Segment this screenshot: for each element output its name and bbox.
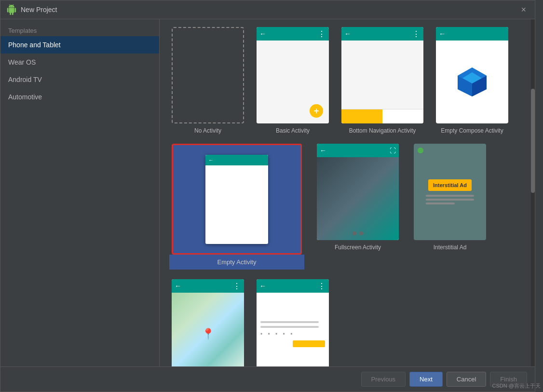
fullscreen-label: Fullscreen Activity [335,244,381,251]
scrollbar-thumb[interactable] [531,89,535,193]
dialog-footer: Previous Next Cancel Finish [0,366,535,392]
back-arrow-icon-5: ← [320,147,326,154]
back-arrow-icon-4: ← [208,157,214,163]
template-google-maps[interactable]: ← ⋮ 📍 Google Maps Activity [169,279,246,366]
template-no-activity[interactable]: No Activity [169,27,246,134]
template-login[interactable]: ← ⋮ • • • • • Login Activity [254,279,331,366]
ad-green-dot [418,148,423,153]
templates-section-label: Templates [0,23,159,36]
ad-line-1 [426,195,475,197]
back-arrow-icon-7: ← [259,282,266,290]
dialog-body: Templates Phone and Tablet Wear OS Andro… [0,19,535,366]
fullscreen-expand-icon: ⛶ [390,147,396,154]
no-activity-label: No Activity [194,127,221,134]
back-arrow-icon-2: ← [344,30,351,38]
compose-label: Empty Compose Activity [441,127,503,134]
bottom-nav-bar [341,109,423,123]
ad-lines [426,195,475,204]
login-body: • • • • • [257,293,329,366]
ad-line-3 [426,203,455,204]
no-activity-preview [172,27,244,123]
fullscreen-diagonal [317,157,399,240]
map-preview: ← ⋮ 📍 [172,279,244,366]
login-submit-btn [293,340,325,347]
fab-icon: + [310,104,323,118]
sidebar-item-wear-os[interactable]: Wear OS [0,54,159,71]
ad-preview: Interstitial Ad [414,144,486,240]
template-interstitial-ad[interactable]: Interstitial Ad Interstitial Ad [411,144,489,270]
basic-body: + [257,41,329,123]
map-body: 📍 [172,293,244,366]
bottom-nav-body [341,41,423,109]
template-grid: No Activity ← ⋮ + [160,19,535,366]
new-project-dialog: New Project × Templates Phone and Tablet… [0,0,535,392]
dialog-title: New Project [21,6,57,14]
bottom-nav-label: Bottom Navigation Activity [349,127,416,134]
android-icon [6,4,17,15]
login-line-2 [260,326,319,328]
login-preview: ← ⋮ • • • • • [257,279,329,366]
next-button[interactable]: Next [409,372,443,387]
watermark: CSDN @言云上于天 [492,382,541,390]
menu-dots-icon-2: ⋮ [412,29,421,39]
sidebar: Templates Phone and Tablet Wear OS Andro… [0,19,160,366]
template-bottom-nav[interactable]: ← ⋮ Bottom Navigation Activity [339,27,426,134]
sidebar-item-automotive[interactable]: Automotive [0,88,159,106]
basic-activity-preview: ← ⋮ + [257,27,329,123]
menu-dots-icon: ⋮ [318,29,326,39]
empty-activity-label: Empty Activity [169,255,304,270]
template-empty-activity[interactable]: ← Empty Activity [169,144,304,270]
fullscreen-preview: ← ⛶ [317,144,399,240]
back-arrow-icon-6: ← [175,282,181,290]
template-basic-activity[interactable]: ← ⋮ + Basic Activity [254,27,331,134]
sidebar-item-phone-tablet[interactable]: Phone and Tablet [0,36,159,54]
cancel-button[interactable]: Cancel [447,372,486,387]
sidebar-item-android-tv[interactable]: Android TV [0,71,159,88]
bottom-nav-selected [341,109,382,123]
menu-dots-icon-3: ⋮ [233,282,241,291]
empty-phone-inner: ← [205,155,268,244]
close-button[interactable]: × [518,4,529,15]
basic-activity-label: Basic Activity [276,127,310,134]
back-arrow-icon: ← [259,30,266,38]
map-pin-icon: 📍 [202,328,215,340]
ad-line-2 [426,199,475,201]
template-fullscreen[interactable]: ← ⛶ Fullscreen Activity [312,144,404,270]
login-line-1 [260,321,319,323]
ad-yellow-box: Interstitial Ad [428,179,472,191]
ad-label: Interstitial Ad [434,244,467,251]
empty-activity-preview: ← [172,144,302,255]
bottom-nav-preview: ← ⋮ [341,27,423,123]
login-password-dots: • • • • • [260,331,325,338]
dialog-titlebar: New Project × [0,0,535,19]
compose-body [436,41,508,123]
back-arrow-icon-3: ← [439,30,446,38]
title-left: New Project [6,4,57,15]
scrollbar-track[interactable] [531,19,535,366]
menu-dots-icon-4: ⋮ [318,282,326,291]
previous-button[interactable]: Previous [361,372,406,387]
template-empty-compose[interactable]: ← [434,27,511,134]
compose-preview: ← [436,27,508,123]
